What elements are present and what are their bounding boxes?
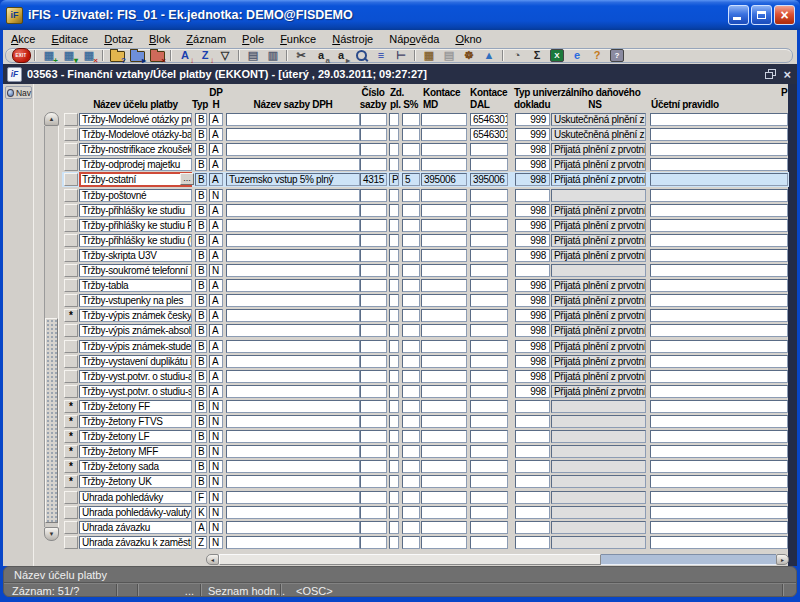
field-kontace-dal[interactable] bbox=[470, 491, 508, 504]
field-zd-pl[interactable] bbox=[389, 506, 399, 519]
field-ucetni-pravidlo[interactable] bbox=[650, 324, 788, 337]
field-typ-dokladu[interactable]: 998 bbox=[515, 294, 550, 307]
field-s-pct[interactable] bbox=[402, 400, 420, 413]
field-nazev-sazby-dph[interactable] bbox=[226, 521, 360, 534]
delete-record-icon[interactable]: ▦× bbox=[79, 49, 99, 63]
field-cislo-sazby[interactable] bbox=[360, 158, 387, 171]
field-nazev-sazby-dph[interactable] bbox=[226, 536, 360, 549]
field-typ-dokladu[interactable] bbox=[515, 475, 550, 488]
field-kontace-dal[interactable] bbox=[470, 189, 508, 202]
record-indicator[interactable]: * bbox=[64, 430, 78, 443]
field-typ[interactable]: B bbox=[195, 173, 207, 186]
filter-icon[interactable]: ▽ bbox=[215, 49, 235, 63]
field-s-pct[interactable] bbox=[402, 324, 420, 337]
field-dph[interactable]: A bbox=[209, 113, 223, 126]
field-dph[interactable]: N bbox=[209, 491, 223, 504]
field-nazev-ucelu-platby[interactable]: Tržby-žetony MFF bbox=[79, 445, 192, 458]
field-ucetni-pravidlo[interactable] bbox=[650, 506, 788, 519]
field-dph[interactable]: A bbox=[209, 370, 223, 383]
copy-icon[interactable]: aa bbox=[311, 49, 331, 63]
field-zd-pl[interactable] bbox=[389, 158, 399, 171]
field-cislo-sazby[interactable] bbox=[360, 294, 387, 307]
field-nazev-ucelu-platby[interactable]: Tržby-výpis známek-student bbox=[79, 340, 192, 353]
field-typ[interactable]: Z bbox=[195, 536, 207, 549]
field-ucetni-pravidlo[interactable] bbox=[650, 521, 788, 534]
field-cislo-sazby[interactable] bbox=[360, 445, 387, 458]
field-kontace-md[interactable] bbox=[421, 309, 467, 322]
field-nazev-ucelu-platby[interactable]: Tržby-výpis známek-absolve bbox=[79, 324, 192, 337]
field-ns[interactable] bbox=[551, 460, 646, 473]
field-kontace-md[interactable] bbox=[421, 430, 467, 443]
field-ucetni-pravidlo[interactable] bbox=[650, 143, 788, 156]
field-typ-dokladu[interactable] bbox=[515, 521, 550, 534]
record-indicator[interactable] bbox=[64, 340, 78, 353]
field-ucetni-pravidlo[interactable] bbox=[650, 355, 788, 368]
field-ucetni-pravidlo[interactable] bbox=[650, 279, 788, 292]
field-ns[interactable]: Přijatá plnění z prvotních bbox=[551, 309, 646, 322]
field-nazev-sazby-dph[interactable]: Tuzemsko vstup 5% plný bbox=[226, 173, 360, 186]
field-nazev-ucelu-platby[interactable]: Tržby-žetony UK bbox=[79, 475, 192, 488]
field-kontace-dal[interactable] bbox=[470, 143, 508, 156]
field-s-pct[interactable] bbox=[402, 415, 420, 428]
field-kontace-md[interactable] bbox=[421, 158, 467, 171]
insert-record-icon[interactable]: ▦+ bbox=[39, 49, 59, 63]
record-indicator[interactable] bbox=[64, 370, 78, 383]
field-ns[interactable]: Přijatá plnění z prvotních bbox=[551, 219, 646, 232]
field-ucetni-pravidlo[interactable] bbox=[650, 219, 788, 232]
field-ucetni-pravidlo[interactable] bbox=[650, 385, 788, 398]
field-ns[interactable] bbox=[551, 264, 646, 277]
field-cislo-sazby[interactable] bbox=[360, 234, 387, 247]
field-nazev-ucelu-platby[interactable]: Tržby-vyst.potvr. o studiu-st bbox=[79, 385, 192, 398]
field-zd-pl[interactable] bbox=[389, 460, 399, 473]
record-indicator[interactable]: * bbox=[64, 445, 78, 458]
field-ns[interactable]: Přijatá plnění z prvotních bbox=[551, 294, 646, 307]
field-zd-pl[interactable] bbox=[389, 234, 399, 247]
field-ucetni-pravidlo[interactable] bbox=[650, 340, 788, 353]
record-indicator[interactable] bbox=[64, 279, 78, 292]
field-kontace-dal[interactable] bbox=[470, 370, 508, 383]
field-ns[interactable]: Přijatá plnění z prvotních bbox=[551, 279, 646, 292]
record-indicator[interactable] bbox=[64, 189, 78, 202]
field-nazev-ucelu-platby[interactable]: Tržby-výpis známek česky bbox=[79, 309, 192, 322]
field-s-pct[interactable] bbox=[402, 536, 420, 549]
field-cislo-sazby[interactable] bbox=[360, 491, 387, 504]
enter-query-icon[interactable]: ? bbox=[107, 49, 127, 63]
field-typ-dokladu[interactable]: 998 bbox=[515, 158, 550, 171]
field-cislo-sazby[interactable] bbox=[360, 370, 387, 383]
field-typ[interactable]: B bbox=[195, 128, 207, 141]
field-zd-pl[interactable] bbox=[389, 113, 399, 126]
field-typ-dokladu[interactable]: 999 bbox=[515, 113, 550, 126]
field-zd-pl[interactable] bbox=[389, 264, 399, 277]
menu-item-okno[interactable]: Okno bbox=[447, 31, 489, 47]
field-typ[interactable]: B bbox=[195, 415, 207, 428]
field-s-pct[interactable] bbox=[402, 204, 420, 217]
field-typ[interactable]: B bbox=[195, 385, 207, 398]
field-zd-pl[interactable] bbox=[389, 249, 399, 262]
field-nazev-ucelu-platby[interactable]: Úhrada závazku bbox=[79, 521, 192, 534]
field-kontace-dal[interactable]: 6546301 bbox=[470, 113, 508, 126]
field-kontace-md[interactable] bbox=[421, 385, 467, 398]
field-zd-pl[interactable] bbox=[389, 294, 399, 307]
minimize-button[interactable] bbox=[728, 5, 749, 25]
field-dph[interactable]: N bbox=[209, 445, 223, 458]
field-nazev-ucelu-platby[interactable]: Úhrada závazku k zaměstnan bbox=[79, 536, 192, 549]
field-ns[interactable] bbox=[551, 475, 646, 488]
field-ucetni-pravidlo[interactable] bbox=[650, 173, 788, 186]
field-cislo-sazby[interactable] bbox=[360, 460, 387, 473]
field-s-pct[interactable] bbox=[402, 219, 420, 232]
record-indicator[interactable] bbox=[64, 355, 78, 368]
field-ucetni-pravidlo[interactable] bbox=[650, 204, 788, 217]
field-zd-pl[interactable]: P bbox=[389, 173, 399, 186]
field-nazev-sazby-dph[interactable] bbox=[226, 370, 360, 383]
field-kontace-md[interactable] bbox=[421, 475, 467, 488]
field-typ[interactable]: B bbox=[195, 158, 207, 171]
field-dph[interactable]: A bbox=[209, 173, 223, 186]
field-typ-dokladu[interactable]: 998 bbox=[515, 355, 550, 368]
record-indicator[interactable] bbox=[64, 128, 78, 141]
field-kontace-dal[interactable] bbox=[470, 340, 508, 353]
field-dph[interactable]: N bbox=[209, 506, 223, 519]
field-zd-pl[interactable] bbox=[389, 445, 399, 458]
list-icon[interactable]: ≡ bbox=[371, 49, 391, 63]
field-zd-pl[interactable] bbox=[389, 430, 399, 443]
field-nazev-ucelu-platby[interactable]: Tržby-přihlášky ke studiu bbox=[79, 204, 192, 217]
